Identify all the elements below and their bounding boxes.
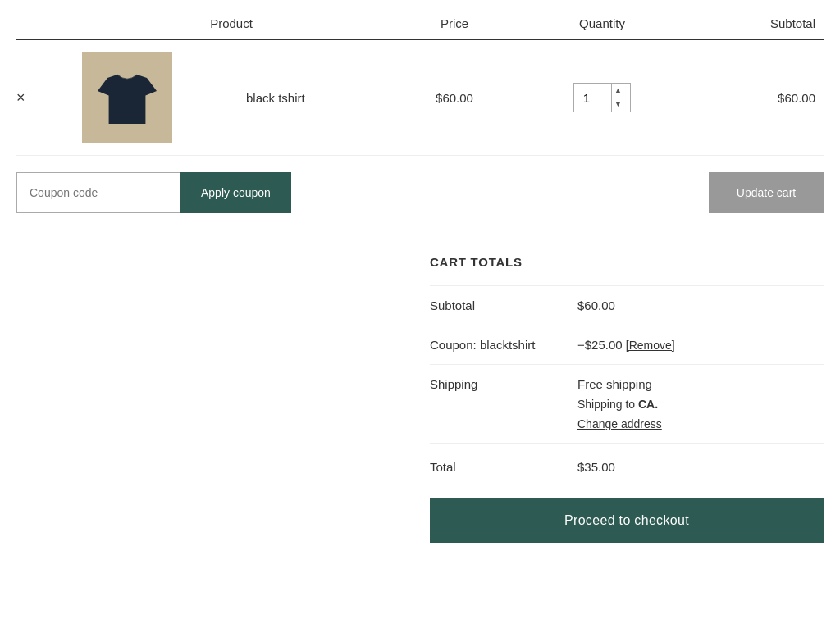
coupon-section: Apply coupon	[16, 172, 291, 213]
quantity-wrapper: ▲ ▼	[573, 83, 631, 112]
product-price: $60.00	[381, 91, 528, 105]
shipping-details: Free shipping Shipping to CA. Change add…	[578, 377, 824, 430]
product-name: black tshirt	[230, 91, 381, 105]
coupon-discount: −$25.00	[578, 338, 623, 352]
col-subtotal-header: Subtotal	[676, 16, 824, 30]
coupon-input[interactable]	[16, 172, 180, 213]
cart-totals-box: CART TOTALS Subtotal $60.00 Coupon: blac…	[430, 255, 824, 543]
subtotal-label: Subtotal	[430, 298, 578, 312]
change-address-link[interactable]: Change address	[578, 417, 824, 430]
shipping-value: Free shipping	[578, 377, 824, 391]
quantity-down-button[interactable]: ▼	[612, 98, 624, 112]
product-subtotal: $60.00	[676, 91, 824, 105]
coupon-row: Coupon: blacktshirt −$25.00 [Remove]	[430, 325, 824, 364]
cart-actions: Apply coupon Update cart	[16, 156, 824, 230]
shipping-row: Shipping Free shipping Shipping to CA. C…	[430, 364, 824, 443]
update-cart-button[interactable]: Update cart	[709, 172, 824, 213]
product-image	[82, 52, 172, 143]
coupon-value: −$25.00 [Remove]	[578, 338, 824, 352]
cart-row: × black tshirt $60.00 ▲ ▼ $60.00	[16, 40, 824, 156]
col-product-header: Product	[82, 16, 381, 30]
quantity-cell: ▲ ▼	[528, 83, 676, 112]
col-price-header: Price	[381, 16, 528, 30]
total-row: Total $35.00	[430, 443, 824, 490]
proceed-to-checkout-button[interactable]: Proceed to checkout	[430, 498, 824, 543]
cart-totals-section: CART TOTALS Subtotal $60.00 Coupon: blac…	[16, 230, 824, 567]
cart-totals-title: CART TOTALS	[430, 255, 824, 269]
shipping-label: Shipping	[430, 377, 578, 391]
tshirt-icon	[94, 65, 160, 130]
total-value: $35.00	[578, 460, 824, 474]
remove-item-button[interactable]: ×	[16, 89, 25, 107]
remove-cell: ×	[16, 89, 82, 107]
subtotal-value: $60.00	[578, 298, 824, 312]
coupon-remove-link[interactable]: [Remove]	[626, 339, 675, 352]
quantity-spinners: ▲ ▼	[611, 84, 624, 112]
quantity-up-button[interactable]: ▲	[612, 84, 624, 98]
apply-coupon-button[interactable]: Apply coupon	[180, 172, 291, 213]
col-quantity-header: Quantity	[528, 16, 676, 30]
total-label: Total	[430, 460, 578, 474]
col-remove-header	[16, 16, 82, 30]
page-container: Product Price Quantity Subtotal × black …	[0, 0, 840, 584]
cart-table-header: Product Price Quantity Subtotal	[16, 16, 824, 40]
coupon-label: Coupon: blacktshirt	[430, 338, 578, 352]
quantity-input[interactable]	[574, 84, 611, 112]
shipping-to-text: Shipping to CA.	[578, 398, 824, 411]
subtotal-row: Subtotal $60.00	[430, 285, 824, 325]
